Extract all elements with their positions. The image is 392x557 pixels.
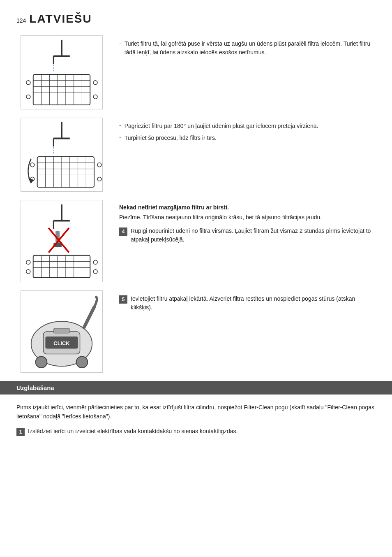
svg-point-55 — [93, 260, 97, 265]
section-3-text: Nekad netīriet mazgājamo filtru ar birst… — [119, 200, 376, 246]
svg-point-16 — [93, 81, 97, 85]
bottom-warning: Pirms izjaukt ierīci, vienmēr pārliecini… — [16, 403, 376, 421]
illustration-filter-parallel — [16, 35, 107, 109]
svg-point-56 — [93, 269, 97, 274]
section-2-text: - Pagrieziet filtru par 180° un ļaujiet … — [119, 118, 376, 146]
svg-point-54 — [26, 269, 30, 274]
step-1-text: Izslēdziet ierīci un izvelciet elektrība… — [28, 427, 238, 436]
svg-point-58 — [36, 356, 47, 368]
svg-rect-44 — [33, 255, 90, 278]
note-body: Piezīme. Tīrīšana neatjauno filtra oriģi… — [119, 213, 376, 222]
step-4-row: 4 Rūpīgi nopuriniet ūdeni no filtra virs… — [119, 227, 376, 244]
step-4-text: Rūpīgi nopuriniet ūdeni no filtra virsma… — [131, 227, 376, 244]
page-title: LATVIEŠU — [29, 12, 92, 26]
vacuum-click-svg: CLICK — [21, 290, 103, 373]
section-4-text: 5 Ievietojiet filtru atpakaļ iekārtā. Ai… — [119, 290, 376, 314]
step-1-row: 1 Izslēdziet ierīci un izvelciet elektrī… — [16, 427, 376, 436]
step-1-number: 1 — [16, 428, 25, 436]
svg-rect-23 — [37, 157, 94, 187]
svg-point-59 — [76, 356, 88, 368]
svg-rect-63 — [53, 328, 70, 333]
section-divider: Uzglabāšana — [0, 381, 392, 395]
svg-point-33 — [30, 163, 35, 167]
bullet-1-1-text: Turiet filtru tā, lai gofrētā puse ir vē… — [125, 39, 376, 57]
bottom-section: Pirms izjaukt ierīci, vienmēr pārliecini… — [16, 403, 376, 436]
svg-point-15 — [26, 95, 30, 99]
svg-point-35 — [97, 163, 101, 167]
step-4-number: 4 — [119, 227, 127, 236]
illustration-filter-rotate — [16, 118, 107, 192]
dash-icon-3: - — [119, 134, 121, 140]
bullet-2-1-text: Pagrieziet filtru par 180° un ļaujiet ūd… — [125, 122, 318, 130]
section-1: - Turiet filtru tā, lai gofrētā puse ir … — [16, 35, 376, 109]
section-3: Nekad netīriet mazgājamo filtru ar birst… — [16, 200, 376, 282]
page: 124 LATVIEŠU — [0, 0, 392, 557]
dash-icon-2: - — [119, 122, 121, 128]
bullet-1-1: - Turiet filtru tā, lai gofrētā puse ir … — [119, 39, 376, 57]
bullet-2-1: - Pagrieziet filtru par 180° un ļaujiet … — [119, 122, 376, 130]
page-number: 124 — [16, 17, 26, 24]
svg-text:CLICK: CLICK — [53, 340, 70, 346]
illustration-vacuum-click: CLICK — [16, 290, 107, 373]
svg-rect-4 — [33, 74, 90, 105]
step-5-number: 5 — [119, 295, 127, 304]
svg-point-36 — [97, 177, 101, 181]
section-1-text: - Turiet filtru tā, lai gofrētā puse ir … — [119, 35, 376, 60]
svg-point-17 — [93, 95, 97, 99]
no-brush-svg — [21, 200, 103, 282]
dash-icon: - — [119, 39, 121, 46]
step-5-row: 5 Ievietojiet filtru atpakaļ iekārtā. Ai… — [119, 295, 376, 312]
bullet-2-2: - Turpiniet šo procesu, līdz filtrs ir t… — [119, 134, 376, 142]
svg-point-14 — [26, 81, 30, 85]
no-brush-note: Nekad netīriet mazgājamo filtru ar birst… — [119, 204, 376, 211]
bullet-2-2-text: Turpiniet šo procesu, līdz filtrs ir tīr… — [125, 134, 217, 142]
filter-rotate-svg — [21, 118, 103, 192]
filter-parallel-svg — [21, 35, 103, 109]
page-header: 124 LATVIEŠU — [16, 12, 376, 26]
divider-label: Uzglabāšana — [16, 384, 54, 391]
section-4: CLICK 5 Ievietojiet filtru atpakaļ iekār… — [16, 290, 376, 373]
section-2: - Pagrieziet filtru par 180° un ļaujiet … — [16, 118, 376, 192]
svg-point-53 — [26, 260, 30, 265]
illustration-no-brush — [16, 200, 107, 282]
step-5-text: Ievietojiet filtru atpakaļ iekārtā. Aizv… — [131, 295, 376, 312]
